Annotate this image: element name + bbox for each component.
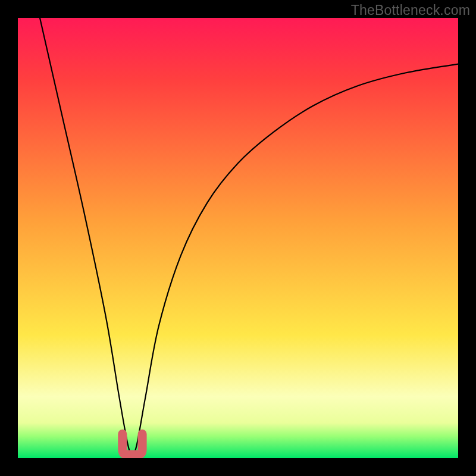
optimal-u-marker bbox=[123, 434, 142, 455]
plot-area bbox=[18, 18, 458, 458]
bottleneck-curve bbox=[40, 18, 458, 454]
watermark-text: TheBottleneck.com bbox=[351, 2, 470, 18]
chart-frame: TheBottleneck.com bbox=[0, 0, 476, 476]
curve-layer bbox=[18, 18, 458, 458]
